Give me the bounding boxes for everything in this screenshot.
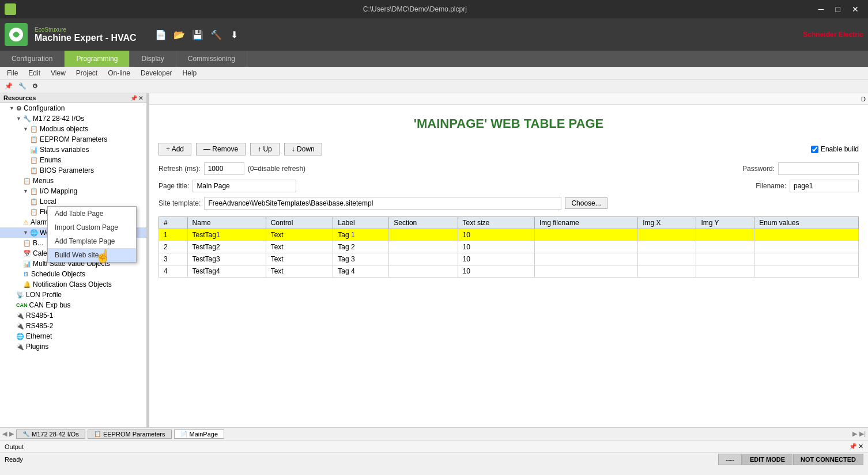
up-button[interactable]: ↑ Up [250,143,280,155]
sidebar-item-rs485-2[interactable]: 🔌 RS485-2 [0,321,146,331]
sidebar-item-rs485-1[interactable]: 🔌 RS485-1 [0,310,146,321]
remove-button[interactable]: — Remove [196,143,246,155]
context-build-web-site[interactable]: Build Web site [48,248,136,262]
refresh-input[interactable] [204,162,244,175]
site-template-input[interactable] [204,197,561,210]
title-bar-path: C:\Users\DMC\Demo\Demo.plcprj [363,5,467,13]
new-file-icon[interactable]: 📄 [153,26,169,43]
status-not-connected: NOT CONNECTED [793,454,863,465]
maximize-button[interactable]: □ [831,3,845,15]
password-input[interactable] [778,162,859,175]
title-bar: C:\Users\DMC\Demo\Demo.plcprj ─ □ ✕ [0,0,868,18]
content-top-bar: D [149,93,868,105]
sidebar-item-menus[interactable]: 📋 Menus [0,176,146,186]
status-edit-mode: EDIT MODE [742,454,792,465]
context-add-table-page[interactable]: Add Table Page [48,207,136,221]
menu-view[interactable]: View [46,69,70,78]
minimize-button[interactable]: ─ [814,3,829,15]
col-textsize: Text size [458,217,534,229]
site-template-row: Site template: Choose... [158,197,859,210]
refresh-label: Refresh (ms): [158,165,201,173]
site-template-label: Site template: [158,199,201,207]
col-section: Section [389,217,458,229]
menu-project[interactable]: Project [71,69,102,78]
filename-label: Filename: [756,182,786,190]
sidebar-close-icon[interactable]: ✕ [138,95,143,101]
col-enumvalues: Enum values [754,217,859,229]
data-table: # Name Control Label Section Text size I… [158,216,859,278]
table-row[interactable]: 4TestTag4TextTag 410 [159,265,859,278]
down-button[interactable]: ↓ Down [284,143,322,155]
close-button[interactable]: ✕ [847,3,863,15]
schneider-logo: Schneider Electric [803,31,863,39]
sidebar-item-local[interactable]: 📋 Local [0,196,146,207]
tabs-nav-end[interactable]: ▶| [859,430,866,438]
sidebar-item-configuration[interactable]: ▼ ⚙ Configuration [0,103,146,113]
open-file-icon[interactable]: 📂 [171,26,187,43]
bottom-tab-eeprom[interactable]: 📋 EEPROM Parameters [88,430,172,439]
content-panel: 'MAINPAGE' WEB TABLE PAGE + Add — Remove… [149,105,868,427]
sidebar-item-status-vars[interactable]: 📊 Status variables [0,145,146,155]
sidebar-item-lon[interactable]: 📡 LON Profile [0,290,146,300]
col-control: Control [266,217,333,229]
status-bar: Ready ---- EDIT MODE NOT CONNECTED [0,453,868,465]
tab-configuration[interactable]: Configuration [0,51,65,67]
table-row[interactable]: 3TestTag3TextTag 310 [159,253,859,265]
wrench-icon[interactable]: 🔧 [16,82,29,90]
sidebar-item-modbus[interactable]: ▼ 📋 Modbus objects [0,124,146,134]
content-close-icon[interactable]: D [861,96,866,102]
build-icon[interactable]: 🔨 [208,26,224,43]
refresh-hint: (0=disable refresh) [248,165,305,173]
context-import-custom-page[interactable]: Import Custom Page [48,221,136,234]
menu-bar: File Edit View Project On-line Developer… [0,67,868,79]
sidebar-item-enums[interactable]: 📋 Enums [0,155,146,165]
output-pin-icon[interactable]: 📌 [849,443,857,450]
col-num: # [159,217,188,229]
sidebar-pin-icon[interactable]: 📌 [130,95,137,101]
page-title-input[interactable] [193,180,296,192]
save-icon[interactable]: 💾 [190,26,206,43]
sub-toolbar: 📌 🔧 ⚙ [0,79,868,93]
table-row[interactable]: 2TestTag2TextTag 210 [159,241,859,253]
bottom-tab-mainpage-icon: 📄 [180,431,187,437]
table-row[interactable]: 1TestTag1TextTag 110 [159,229,859,241]
sidebar-item-schedule[interactable]: 🗓 Schedule Objects [0,269,146,279]
sidebar-item-bios[interactable]: 📋 BIOS Parameters [0,165,146,176]
sidebar-item-notification[interactable]: 🔔 Notification Class Objects [0,279,146,290]
sidebar-item-m172[interactable]: ▼ 🔧 M172 28-42 I/Os [0,113,146,124]
choose-button[interactable]: Choose... [565,197,607,209]
page-title-label: Page title: [158,182,189,190]
context-add-template-page[interactable]: Add Template Page [48,234,136,248]
output-label: Output [5,443,24,450]
sidebar-item-plugins[interactable]: 🔌 Plugins [0,341,146,352]
pin-icon[interactable]: 📌 [2,82,15,90]
menu-edit[interactable]: Edit [24,69,45,78]
enable-build-checkbox[interactable] [811,146,818,153]
menu-file[interactable]: File [2,69,22,78]
tab-programming[interactable]: Programming [65,51,130,67]
output-close-icon[interactable]: ✕ [858,443,863,450]
status-ready: Ready [5,456,23,463]
nav-next-icon[interactable]: ▶ [9,430,14,438]
tab-display[interactable]: Display [130,51,176,67]
settings-icon[interactable]: ⚙ [30,82,40,90]
bottom-tab-mainpage[interactable]: 📄 MainPage [174,430,225,439]
sidebar-item-io-mapping[interactable]: ▼ 📋 I/O Mapping [0,186,146,196]
bottom-tab-m172[interactable]: 🔧 M172 28-42 I/Os [16,430,85,439]
nav-prev-icon[interactable]: ◀ [2,430,7,438]
app-name: EcoStruxure Machine Expert - HVAC [35,26,137,43]
menu-online[interactable]: On-line [103,69,135,78]
output-bar: Output 📌 ✕ [0,440,868,453]
tabs-nav-right[interactable]: ▶ [852,430,857,438]
tab-commissioning[interactable]: Commissioning [176,51,247,67]
sidebar-item-ethernet[interactable]: 🌐 Ethernet [0,331,146,341]
add-button[interactable]: + Add [158,143,191,155]
menu-help[interactable]: Help [178,69,202,78]
download-icon[interactable]: ⬇ [227,26,243,43]
context-menu: Add Table Page Import Custom Page Add Te… [47,206,137,263]
menu-developer[interactable]: Developer [136,69,177,78]
sidebar-item-eeprom[interactable]: 📋 EEPROM Parameters [0,134,146,145]
app-logo [5,23,28,46]
filename-input[interactable] [790,180,859,192]
sidebar-item-can[interactable]: CAN CAN Exp bus [0,300,146,310]
